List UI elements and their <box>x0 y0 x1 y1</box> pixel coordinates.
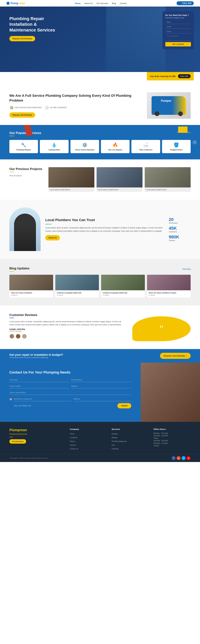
about2-cta-button[interactable]: About Us <box>45 235 60 240</box>
about-cta-button[interactable]: Request Job Estimate <box>9 112 35 118</box>
contact-problem-select[interactable]: I have a leak problem <box>9 390 131 395</box>
footer: Plumpman Plumbing professionals. XXX Get… <box>0 422 200 454</box>
contact-phone-input[interactable] <box>9 384 69 388</box>
footer-svc-diagnosis[interactable]: Plumbing Diagnosis <box>112 440 127 442</box>
footer-hours-fri-days: Friday <box>153 437 191 439</box>
leaking-label: Leaking Pipes <box>42 149 67 151</box>
avatar-2 <box>16 334 21 339</box>
service-card-plumbing[interactable]: 🔧 Plumbing Repairs <box>9 140 38 153</box>
hero-heading: Plumbing Repair Installation & Maintenan… <box>9 16 62 33</box>
logo[interactable]: 🔵 Pumpman <box>6 2 25 5</box>
contact-name-input[interactable] <box>9 378 69 382</box>
hero-form-submit[interactable]: GET A QUOTE <box>165 42 191 46</box>
nav-home[interactable]: Home <box>75 2 81 4</box>
blog-date-2: 07 March <box>57 294 97 296</box>
van-shape: Pumpm <box>152 96 186 115</box>
tubs-label: Tubs & Showers <box>133 149 158 151</box>
footer-link-history[interactable]: History <box>70 440 75 442</box>
project-card-2[interactable]: Lorem ipsum simpli dummi <box>96 167 143 192</box>
blog-grid: There are many variations 20 March Contr… <box>9 275 191 298</box>
drain-text: Any drain cleaning for $99 <box>150 75 175 78</box>
reviews-body: Lorem ipsum dolor sit amet, consectetur … <box>9 320 126 326</box>
contact-email-input[interactable] <box>71 378 131 382</box>
hero-form-title: Do You Need Our Help ? <box>165 14 191 16</box>
hero-form-email[interactable] <box>165 25 191 29</box>
footer-link-contact[interactable]: Contact Us <box>70 448 78 450</box>
reviews-section: Customer Reviews Lorem ipsum dolor sit a… <box>0 306 200 349</box>
service-card-sewer[interactable]: ⚙️ Sewer System Backups <box>70 140 99 153</box>
drains-icon: 🪣 <box>164 142 189 148</box>
nav-call-cta[interactable]: 📞 CALL XXX <box>176 1 194 5</box>
footer-hours-col: Office Hours Monday - Thursday 8:00 AM -… <box>153 428 191 451</box>
blog-title-1: There are many variations <box>11 292 52 294</box>
project-card-1[interactable]: Lorem ipsum simpli dummi <box>48 167 94 192</box>
footer-svc-cleaning[interactable]: Cleaning <box>112 448 118 450</box>
nav-contact[interactable]: Contact <box>120 2 127 4</box>
van-logo: Pumpm <box>161 99 171 102</box>
service-card-leaking[interactable]: 💧 Leaking Pipes <box>40 140 68 153</box>
projects-view-all[interactable]: View all projects <box>9 175 42 176</box>
footer-link-careers[interactable]: Careers <box>70 444 76 446</box>
footer-directions-button[interactable]: Get Directions <box>9 439 26 444</box>
footer-svc-heating[interactable]: Heating <box>112 433 118 435</box>
blog-section: Blog Updates View Blog There are many va… <box>0 259 200 306</box>
footer-hours-sat-days: Saturday - Sunday <box>153 442 191 444</box>
reviews-underline <box>9 318 14 318</box>
blog-view-all[interactable]: View Blog <box>182 268 191 270</box>
contact-address2-input[interactable] <box>74 397 131 401</box>
nav-blog[interactable]: Blog <box>112 2 116 4</box>
contact-submit-button[interactable]: Submit <box>117 403 131 408</box>
blog-card-1[interactable]: There are many variations 20 March <box>9 275 53 298</box>
quote-box: " <box>132 316 191 341</box>
facebook-icon[interactable]: f <box>172 456 176 460</box>
service-card-tubs[interactable]: 🛁 Tubs & Showers <box>131 140 160 153</box>
badge-ontime-text: ON TIME GUARANTEE <box>50 107 67 108</box>
blog-image-4 <box>147 275 191 290</box>
blog-header: Blog Updates View Blog <box>9 266 191 272</box>
footer-copyright: ©Copyright © 2020 [Company name] All rig… <box>9 457 48 459</box>
plumbing-icon: 🔧 <box>11 142 36 148</box>
youtube-icon[interactable]: ▶ <box>186 456 191 460</box>
hero-cta-button[interactable]: Request Job Estimate <box>9 36 35 41</box>
service-card-gasline[interactable]: 🔥 Gas Line Repairs <box>101 140 130 153</box>
hero-form-phone[interactable] <box>165 30 191 33</box>
googleplus-icon[interactable]: g+ <box>176 456 181 460</box>
contact-heading: Contact Us For Your Plumping Needs <box>9 370 131 374</box>
blog-card-2[interactable]: Contrary to popular belief rate 07 March <box>55 275 99 298</box>
nav-about[interactable]: About Us <box>84 2 93 4</box>
contact-form-area: Contact Us For Your Plumping Needs I hav… <box>0 362 141 422</box>
blog-title-block: Blog Updates <box>9 266 30 272</box>
person-silhouette <box>14 214 36 251</box>
cta-estimate-button[interactable]: Request Job Estimate › <box>160 353 191 359</box>
contact-problem-row: I have a leak problem <box>9 390 131 395</box>
cta-arrow-icon: › <box>186 355 187 357</box>
footer-link-locations[interactable]: Locations <box>70 436 77 438</box>
twitter-icon[interactable]: t <box>181 456 186 460</box>
hero-form-name[interactable] <box>165 20 191 24</box>
nav-services[interactable]: Our Services <box>96 2 108 4</box>
footer-bottom: ©Copyright © 2020 [Company name] All rig… <box>0 454 200 462</box>
contact-time-input[interactable] <box>14 397 72 401</box>
service-card-drains[interactable]: 🪣 Clogged Drains <box>162 140 191 153</box>
blog-underline <box>9 271 14 272</box>
cta-banner-text: Get your repair or instalation in budget… <box>9 353 63 358</box>
services-next-btn[interactable]: › <box>192 140 197 144</box>
logo-icon: 🔵 <box>6 2 10 5</box>
footer-svc-repairs[interactable]: Repairs <box>112 436 118 438</box>
project-card-3[interactable]: Lorem ipsum simpli dummi <box>145 167 191 192</box>
contact-address-input[interactable] <box>71 384 131 388</box>
projects-heading: Our Previous Projects <box>9 167 42 171</box>
about2-heading: Local Plumbers You Can Trust <box>45 218 164 222</box>
stat-tech-number: 20 <box>169 217 191 222</box>
blog-card-4[interactable]: There are many variations of pass 07 Mar… <box>147 275 191 298</box>
project-image-3 <box>145 167 191 188</box>
services-header: Our Popular Services View all services <box>9 131 191 136</box>
deco-yellow-shape <box>178 126 187 133</box>
hero-form-message[interactable] <box>165 34 191 40</box>
footer-svc-gas[interactable]: Gas <box>112 444 115 446</box>
drain-claim-button[interactable]: Claim offer <box>178 74 191 78</box>
sewer-label: Sewer System Backups <box>72 149 97 151</box>
blog-card-3[interactable]: Contrary to popular belief rate 07 March <box>101 275 145 298</box>
plumbing-label: Plumbing Repairs <box>11 149 36 151</box>
footer-link-home[interactable]: Home <box>70 433 74 435</box>
